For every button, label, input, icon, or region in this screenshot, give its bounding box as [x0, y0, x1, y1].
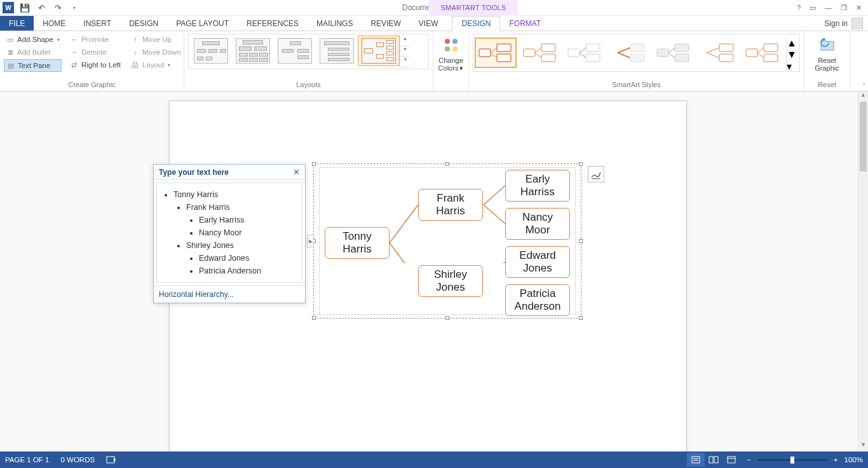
zoom-out-button[interactable]: −: [747, 456, 751, 464]
status-page[interactable]: PAGE 1 OF 1: [5, 456, 49, 464]
layout-thumb-4[interactable]: [316, 36, 358, 66]
layout-thumb-5-selected[interactable]: [358, 36, 400, 66]
view-read-mode-icon[interactable]: [705, 453, 722, 467]
svg-line-39: [390, 205, 418, 243]
styles-down-icon[interactable]: ▼: [787, 49, 797, 60]
tab-smartart-design[interactable]: DESIGN: [452, 16, 500, 31]
change-colors-button[interactable]: Change Colors▾: [437, 34, 465, 75]
undo-icon[interactable]: ↶: [36, 2, 47, 13]
tab-home[interactable]: HOME: [34, 16, 74, 31]
zoom-level[interactable]: 100%: [844, 456, 863, 464]
layout-thumb-1[interactable]: [190, 36, 232, 66]
styles-gallery-spinner[interactable]: ▲▼▾: [786, 38, 797, 68]
styles-up-icon[interactable]: ▲: [787, 38, 797, 49]
tab-view[interactable]: VIEW: [410, 16, 447, 31]
save-icon[interactable]: 💾: [19, 2, 31, 13]
text-item-l2b[interactable]: Shirley Jones: [186, 239, 298, 252]
tab-references[interactable]: REFERENCES: [238, 16, 308, 31]
gallery-down-icon[interactable]: ▼: [400, 46, 410, 57]
text-item-l3a[interactable]: Early Harriss: [199, 214, 298, 226]
reset-graphic-button[interactable]: Reset Graphic: [808, 34, 846, 74]
resize-handle-mr[interactable]: [579, 239, 583, 243]
text-pane-expand-tab[interactable]: ▶: [307, 235, 313, 247]
qat-customize-icon[interactable]: ▾: [69, 2, 80, 13]
node-grandchild-3[interactable]: Edward Jones: [505, 246, 570, 278]
style-thumb-7[interactable]: [742, 38, 783, 68]
style-thumb-2[interactable]: [519, 38, 561, 68]
scroll-up-icon[interactable]: ▲: [858, 92, 868, 102]
styles-more-icon[interactable]: ▾: [787, 60, 797, 72]
layouts-gallery[interactable]: ▲▼▾: [188, 34, 429, 69]
view-print-layout-icon[interactable]: [687, 453, 705, 467]
resize-handle-br[interactable]: [579, 316, 583, 320]
layout-thumb-2[interactable]: [232, 36, 274, 66]
tab-mailings[interactable]: MAILINGS: [308, 16, 362, 31]
resize-handle-tr[interactable]: [579, 162, 583, 166]
text-item-l2a[interactable]: Frank Harris: [186, 201, 298, 214]
minimize-icon[interactable]: —: [825, 4, 832, 12]
add-shape-button[interactable]: ▭Add Shape▾: [4, 34, 62, 45]
gallery-more-icon[interactable]: ▾: [400, 57, 410, 67]
svg-rect-14: [568, 49, 580, 57]
tab-insert[interactable]: INSERT: [74, 16, 120, 31]
text-item-l3c[interactable]: Edward Jones: [199, 252, 298, 265]
style-thumb-4[interactable]: [608, 38, 650, 68]
style-thumb-6[interactable]: [697, 38, 739, 68]
tab-review[interactable]: REVIEW: [362, 16, 409, 31]
scroll-thumb[interactable]: [860, 102, 867, 172]
move-down-button[interactable]: ↓Move Down: [129, 46, 183, 58]
layout-thumb-3[interactable]: [274, 36, 316, 66]
demote-button[interactable]: →Demote: [68, 46, 123, 58]
node-grandchild-1[interactable]: Early Harriss: [505, 170, 570, 202]
zoom-slider-thumb[interactable]: [790, 457, 794, 464]
text-item-l1[interactable]: Tonny Harris: [173, 188, 298, 201]
node-child-1[interactable]: Frank Harris: [418, 189, 483, 221]
node-child-2[interactable]: Shirley Jones: [418, 265, 483, 297]
text-pane-body[interactable]: Tonny Harris Frank Harris Early Harriss …: [156, 182, 302, 283]
ribbon-options-icon[interactable]: ▭: [810, 4, 816, 12]
tab-design[interactable]: DESIGN: [120, 16, 167, 31]
resize-handle-bl[interactable]: [312, 316, 316, 320]
close-icon[interactable]: ✕: [856, 4, 862, 12]
vertical-scrollbar[interactable]: ▲ ▼: [858, 92, 868, 451]
resize-handle-tl[interactable]: [312, 162, 316, 166]
view-web-layout-icon[interactable]: [722, 453, 740, 467]
text-pane-footer[interactable]: Horizontal Hierarchy...: [154, 286, 305, 303]
layouts-gallery-spinner[interactable]: ▲▼▾: [400, 36, 410, 67]
smartart-text-pane[interactable]: Type your text here ✕ Tonny Harris Frank…: [153, 164, 306, 303]
tab-file[interactable]: FILE: [0, 16, 34, 31]
help-icon[interactable]: ?: [797, 4, 801, 12]
scroll-down-icon[interactable]: ▼: [858, 441, 868, 451]
style-thumb-3[interactable]: [564, 38, 606, 68]
layout-button[interactable]: 品Layout▾: [129, 59, 183, 71]
resize-handle-bm[interactable]: [445, 316, 449, 320]
promote-button[interactable]: ←Promote: [68, 34, 123, 45]
maximize-icon[interactable]: ❐: [841, 4, 847, 12]
right-to-left-button[interactable]: ⇄Right to Left: [68, 59, 123, 71]
sign-in[interactable]: Sign in: [824, 16, 868, 31]
layout-options-button[interactable]: [588, 166, 604, 182]
style-thumb-5[interactable]: [653, 38, 695, 68]
collapse-ribbon-icon[interactable]: ˄: [862, 83, 865, 90]
node-root[interactable]: Tonny Harris: [325, 227, 390, 259]
tab-smartart-format[interactable]: FORMAT: [500, 16, 550, 31]
zoom-slider[interactable]: [757, 459, 827, 461]
status-words[interactable]: 0 WORDS: [60, 456, 95, 464]
smartart-object[interactable]: ▶ Tonny Harris Frank Harris Shirley Jone…: [313, 163, 581, 319]
text-item-l3b[interactable]: Nancy Moor: [199, 226, 298, 239]
node-grandchild-4[interactable]: Patricia Anderson: [505, 284, 570, 316]
text-pane-close-icon[interactable]: ✕: [293, 167, 300, 177]
status-proofing-icon[interactable]: [106, 455, 116, 464]
redo-icon[interactable]: ↷: [52, 2, 64, 13]
tab-page-layout[interactable]: PAGE LAYOUT: [167, 16, 238, 31]
resize-handle-tm[interactable]: [445, 162, 449, 166]
text-pane-toggle[interactable]: ▤Text Pane: [4, 59, 62, 72]
add-bullet-button[interactable]: ≣Add Bullet: [4, 46, 62, 58]
style-thumb-1-selected[interactable]: [475, 38, 517, 68]
styles-gallery[interactable]: ▲▼▾: [473, 34, 800, 72]
text-item-l3d[interactable]: Patricia Anderson: [199, 265, 298, 277]
node-grandchild-2[interactable]: Nancy Moor: [505, 208, 570, 240]
zoom-in-button[interactable]: +: [834, 456, 838, 464]
move-up-button[interactable]: ↑Move Up: [129, 34, 183, 45]
gallery-up-icon[interactable]: ▲: [400, 36, 410, 46]
